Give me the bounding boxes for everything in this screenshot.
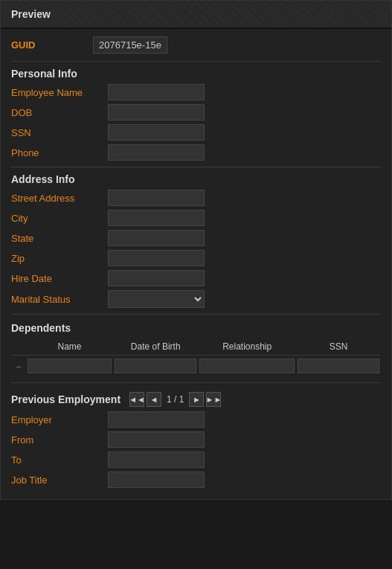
dep-row-icon: – [11, 356, 26, 377]
from-input[interactable] [108, 431, 205, 448]
city-label: City [11, 213, 100, 224]
employer-label: Employer [11, 414, 100, 425]
ssn-input[interactable] [108, 124, 205, 141]
ssn-row: SSN [11, 124, 381, 141]
to-row: To [11, 451, 381, 468]
dep-relationship-input[interactable] [199, 359, 295, 373]
hire-date-label: Hire Date [11, 273, 100, 284]
dob-input[interactable] [108, 104, 205, 120]
divider-2 [11, 167, 381, 167]
personal-info-section-header: Personal Info [11, 68, 381, 80]
panel-header: Preview [1, 1, 391, 29]
prev-emp-section: Employer From To Job Title [11, 411, 381, 488]
hire-date-row: Hire Date [11, 270, 381, 286]
panel-content: GUID 2076715e-15e Personal Info Employee… [1, 29, 391, 499]
employee-name-input[interactable] [108, 84, 205, 100]
last-page-button[interactable]: ►► [206, 392, 221, 407]
street-address-row: Street Address [11, 190, 381, 206]
marital-status-label: Marital Status [11, 294, 100, 305]
table-row: – [11, 356, 381, 377]
dob-row: DOB [11, 104, 381, 120]
state-row: State [11, 230, 381, 246]
marital-status-row: Marital Status Single Married Divorced W… [11, 290, 381, 308]
first-page-button[interactable]: ◄◄ [129, 392, 144, 407]
street-address-input[interactable] [108, 190, 205, 206]
dep-col-ssn: SSN [296, 338, 381, 356]
zip-input[interactable] [108, 250, 205, 266]
zip-row: Zip [11, 250, 381, 266]
guid-row: GUID 2076715e-15e [11, 36, 381, 54]
prev-page-button[interactable]: ◄ [147, 392, 161, 407]
divider-4 [11, 382, 381, 383]
dep-ssn-input[interactable] [298, 359, 379, 373]
to-label: To [11, 454, 100, 466]
phone-row: Phone [11, 144, 381, 161]
ssn-label: SSN [11, 127, 100, 138]
dependents-section-header: Dependents [11, 322, 381, 334]
dep-col-relationship: Relationship [198, 338, 296, 356]
dep-name-cell [26, 356, 113, 377]
prev-emp-title-row: Previous Employment ◄◄ ◄ 1 / 1 ► ►► [11, 392, 381, 407]
job-title-input[interactable] [108, 472, 205, 488]
job-title-label: Job Title [11, 475, 100, 486]
dependents-table: Name Date of Birth Relationship SSN – [11, 338, 381, 376]
preview-panel: Preview GUID 2076715e-15e Personal Info … [0, 0, 392, 500]
employer-input[interactable] [108, 411, 205, 428]
dep-name-input[interactable] [28, 359, 112, 373]
dep-dob-input[interactable] [115, 359, 196, 373]
dep-col-dob: Date of Birth [113, 338, 198, 356]
zip-label: Zip [11, 253, 100, 264]
dep-ssn-cell [296, 356, 381, 377]
prev-emp-section-header: Previous Employment [11, 393, 121, 405]
city-input[interactable] [108, 210, 205, 226]
divider-1 [11, 61, 381, 62]
dep-relationship-cell [198, 356, 296, 377]
to-input[interactable] [108, 451, 205, 468]
phone-input[interactable] [108, 144, 205, 161]
dependents-section: Dependents Name Date of Birth Relationsh… [11, 322, 381, 376]
dep-col-name: Name [26, 338, 113, 356]
guid-label: GUID [11, 39, 86, 51]
next-page-button[interactable]: ► [189, 392, 204, 407]
street-address-label: Street Address [11, 193, 100, 204]
dep-col-icon [11, 338, 26, 356]
divider-3 [11, 314, 381, 315]
address-info-section-header: Address Info [11, 173, 381, 185]
guid-value: 2076715e-15e [93, 36, 167, 54]
hire-date-input[interactable] [108, 270, 205, 286]
dep-dob-cell [113, 356, 198, 377]
page-info: 1 / 1 [164, 394, 187, 405]
from-label: From [11, 434, 100, 446]
panel-title: Preview [11, 8, 51, 20]
marital-status-select[interactable]: Single Married Divorced Widowed [108, 290, 205, 308]
employer-row: Employer [11, 411, 381, 428]
employee-name-row: Employee Name [11, 84, 381, 100]
dob-label: DOB [11, 107, 100, 118]
state-label: State [11, 233, 100, 244]
employee-name-label: Employee Name [11, 87, 100, 98]
from-row: From [11, 431, 381, 448]
city-row: City [11, 210, 381, 226]
current-page: 1 [167, 394, 172, 405]
pagination: ◄◄ ◄ 1 / 1 ► ►► [129, 392, 221, 407]
page-separator: / [174, 394, 179, 405]
dependents-header-row: Name Date of Birth Relationship SSN [11, 338, 381, 356]
phone-label: Phone [11, 147, 100, 158]
total-pages: 1 [179, 394, 184, 405]
job-title-row: Job Title [11, 472, 381, 488]
state-input[interactable] [108, 230, 205, 246]
